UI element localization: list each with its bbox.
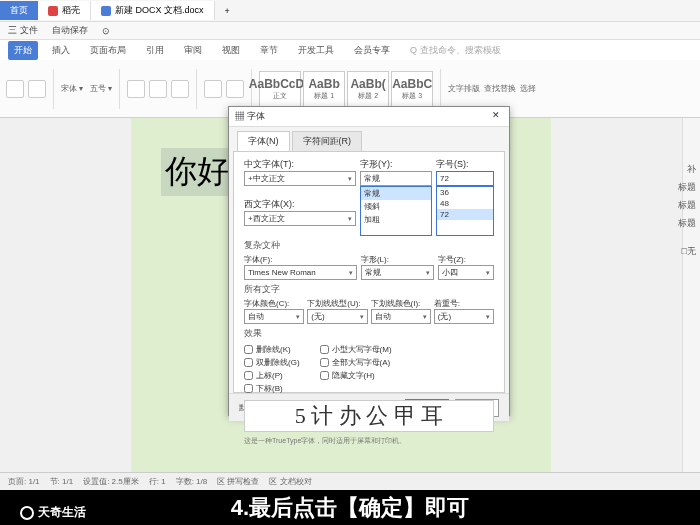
brand-logo: 天奇生活	[20, 504, 86, 521]
ribtab-dev[interactable]: 开发工具	[292, 41, 340, 60]
tab-font[interactable]: 字体(N)	[237, 131, 290, 151]
close-icon[interactable]: ✕	[489, 110, 503, 124]
style-normal[interactable]: AaBbCcDd正文	[259, 71, 301, 107]
ribtab-section[interactable]: 章节	[254, 41, 284, 60]
cb-hidden[interactable]: 隐藏文字(H)	[320, 370, 392, 381]
ribtab-vip[interactable]: 会员专享	[348, 41, 396, 60]
ribtab-layout[interactable]: 页面布局	[84, 41, 132, 60]
menu-file[interactable]: 三 文件	[8, 24, 38, 37]
font-dialog: ▦ 字体 ✕ 字体(N) 字符间距(R) 中文字体(T): +中文正文▾ 西文字…	[228, 106, 510, 416]
tab-docer[interactable]: 稻壳	[38, 1, 91, 20]
emphasis-select[interactable]: (无)▾	[434, 309, 494, 324]
paste-button[interactable]	[6, 80, 24, 98]
ribbon-tabs: 开始 插入 页面布局 引用 审阅 视图 章节 开发工具 会员专享 Q 查找命令、…	[0, 40, 700, 60]
cb-super[interactable]: 上标(P)	[244, 370, 300, 381]
status-spell[interactable]: 区 拼写检查	[217, 476, 259, 487]
italic-button[interactable]	[149, 80, 167, 98]
west-font-select[interactable]: +西文正文▾	[244, 211, 356, 226]
style-h2[interactable]: AaBb(标题 2	[347, 71, 389, 107]
font-color-select[interactable]: 自动▾	[244, 309, 304, 324]
align-button[interactable]	[204, 80, 222, 98]
wps-window: 首页 稻壳 新建 DOCX 文档.docx + 三 文件 自动保存 ⊙ 开始 插…	[0, 0, 700, 490]
size-label: 字号(S):	[436, 158, 494, 171]
complex-label: 复杂文种	[244, 239, 494, 252]
status-line: 行: 1	[149, 476, 166, 487]
search-box[interactable]: Q 查找命令、搜索模板	[404, 41, 507, 60]
cn-font-select[interactable]: +中文正文▾	[244, 171, 356, 186]
cb-allcaps[interactable]: 全部大写字母(A)	[320, 357, 392, 368]
cb-smallcaps[interactable]: 小型大写字母(M)	[320, 344, 392, 355]
font-preview: 5 计 办 公 甲 耳	[244, 400, 494, 432]
dialog-tabs: 字体(N) 字符间距(R)	[229, 127, 509, 151]
preview-note: 这是一种TrueType字体，同时适用于屏幕和打印机。	[244, 436, 494, 446]
size-list[interactable]: 36 48 72	[436, 186, 494, 236]
style-input[interactable]: 常规	[360, 171, 432, 186]
style-list[interactable]: 常规 倾斜 加粗	[360, 186, 432, 236]
style-h3[interactable]: AaBbC标题 3	[391, 71, 433, 107]
tab-home[interactable]: 首页	[0, 1, 38, 20]
ribtab-start[interactable]: 开始	[8, 41, 38, 60]
qa-more[interactable]: ⊙	[102, 26, 110, 36]
complex-font-select[interactable]: Times New Roman▾	[244, 265, 357, 280]
status-words[interactable]: 字数: 1/8	[176, 476, 208, 487]
ribtab-ref[interactable]: 引用	[140, 41, 170, 60]
underline-color-select[interactable]: 自动▾	[371, 309, 431, 324]
right-labels: 补标题标题标题□无	[678, 160, 696, 260]
complex-style-select[interactable]: 常规▾	[361, 265, 434, 280]
ribtab-insert[interactable]: 插入	[46, 41, 76, 60]
font-combo[interactable]: 宋体 ▾ 五号 ▾	[61, 83, 112, 94]
tab-add[interactable]: +	[215, 3, 240, 19]
cn-font-label: 中文字体(T):	[244, 158, 302, 171]
dialog-body: 中文字体(T): +中文正文▾ 西文字体(X): +西文正文▾ 字形(Y): 常…	[233, 151, 505, 393]
list-button[interactable]	[226, 80, 244, 98]
docer-icon	[48, 6, 58, 16]
select-menu[interactable]: 选择	[520, 83, 536, 94]
style-gallery[interactable]: AaBbCcDd正文 AaBb标题 1 AaBb(标题 2 AaBbC标题 3	[259, 71, 433, 107]
style-h1[interactable]: AaBb标题 1	[303, 71, 345, 107]
west-font-label: 西文字体(X):	[244, 198, 302, 211]
underline-button[interactable]	[171, 80, 189, 98]
tab-document[interactable]: 新建 DOCX 文档.docx	[91, 1, 215, 20]
status-page[interactable]: 页面: 1/1	[8, 476, 40, 487]
dialog-title: ▦ 字体	[235, 110, 265, 123]
ribtab-review[interactable]: 审阅	[178, 41, 208, 60]
video-caption: 天奇生活 4.最后点击【确定】即可	[0, 490, 700, 525]
status-proof[interactable]: 区 文档校对	[269, 476, 311, 487]
alltext-label: 所有文字	[244, 283, 494, 296]
underline-select[interactable]: (无)▾	[307, 309, 367, 324]
cut-button[interactable]	[28, 80, 46, 98]
status-pos: 设置值: 2.5厘米	[83, 476, 139, 487]
logo-icon	[20, 506, 34, 520]
qa-autosave[interactable]: 自动保存	[52, 24, 88, 37]
effects-label: 效果	[244, 327, 494, 340]
quick-access: 三 文件 自动保存 ⊙	[0, 22, 700, 40]
bold-button[interactable]	[127, 80, 145, 98]
status-section: 节: 1/1	[50, 476, 74, 487]
style-label: 字形(Y):	[360, 158, 418, 171]
tab-spacing[interactable]: 字符间距(R)	[292, 131, 363, 151]
complex-size-select[interactable]: 小四▾	[438, 265, 494, 280]
cb-strike[interactable]: 删除线(K)	[244, 344, 300, 355]
dialog-titlebar[interactable]: ▦ 字体 ✕	[229, 107, 509, 127]
doc-icon	[101, 6, 111, 16]
titlebar: 首页 稻壳 新建 DOCX 文档.docx +	[0, 0, 700, 22]
find-replace[interactable]: 查找替换	[484, 83, 516, 94]
ribtab-view[interactable]: 视图	[216, 41, 246, 60]
text-layout[interactable]: 文字排版	[448, 83, 480, 94]
cb-sub[interactable]: 下标(B)	[244, 383, 300, 394]
status-bar: 页面: 1/1 节: 1/1 设置值: 2.5厘米 行: 1 字数: 1/8 区…	[0, 472, 700, 490]
cb-dstrike[interactable]: 双删除线(G)	[244, 357, 300, 368]
size-input[interactable]: 72	[436, 171, 494, 186]
